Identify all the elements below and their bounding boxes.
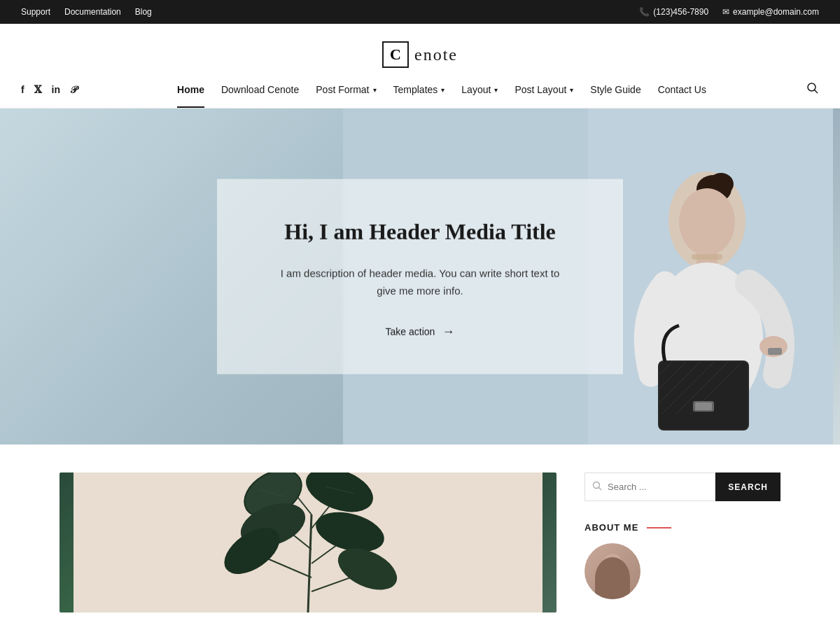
phone-icon: 📞: [639, 7, 650, 17]
about-me-header: ABOUT ME: [584, 522, 780, 533]
linkedin-icon[interactable]: in: [52, 84, 60, 95]
nav-post-layout[interactable]: Post Layout: [514, 84, 573, 95]
facebook-icon[interactable]: f: [21, 84, 24, 95]
topbar-support-link[interactable]: Support: [21, 7, 50, 17]
avatar: [584, 543, 640, 599]
nav-templates[interactable]: Templates: [393, 84, 445, 95]
logo-name: enote: [414, 46, 458, 64]
nav-download[interactable]: Download Cenote: [221, 84, 299, 95]
hero-cta-button[interactable]: Take action →: [273, 324, 567, 339]
top-bar: Support Documentation Blog 📞 (123)456-78…: [0, 0, 840, 24]
svg-rect-20: [695, 402, 712, 410]
email-info: ✉ example@domain.com: [722, 7, 819, 17]
about-me-divider: [647, 527, 671, 528]
avatar-body: [595, 557, 630, 599]
logo[interactable]: C enote: [382, 41, 458, 68]
svg-rect-22: [768, 348, 782, 355]
nav-style-guide[interactable]: Style Guide: [590, 84, 640, 95]
email-address: example@domain.com: [733, 7, 819, 17]
pinterest-icon[interactable]: 𝒫: [70, 84, 77, 96]
nav-layout[interactable]: Layout: [461, 84, 498, 95]
svg-point-40: [594, 482, 600, 488]
logo-letter: C: [382, 41, 409, 68]
hero-arrow-icon: →: [442, 324, 454, 339]
hero-title: Hi, I am Header Media Title: [273, 218, 567, 247]
nav-post-format[interactable]: Post Format: [316, 84, 376, 95]
search-toggle-button[interactable]: [806, 82, 819, 97]
content-area: SEARCH ABOUT ME: [0, 444, 840, 630]
search-input-wrapper: [584, 472, 715, 501]
hero-section: Hi, I am Header Media Title I am descrip…: [0, 108, 840, 444]
twitter-icon[interactable]: 𝕏: [34, 84, 42, 96]
logo-area: C enote: [0, 24, 840, 82]
about-me-section: ABOUT ME: [584, 522, 780, 599]
search-input-icon: [592, 481, 602, 493]
phone-number: (123)456-7890: [653, 7, 708, 17]
sidebar: SEARCH ABOUT ME: [584, 472, 780, 599]
svg-rect-10: [692, 254, 722, 260]
blog-featured-image: [59, 472, 556, 612]
nav-home[interactable]: Home: [177, 84, 204, 95]
nav-contact[interactable]: Contact Us: [658, 84, 706, 95]
about-me-title: ABOUT ME: [584, 522, 638, 533]
search-input[interactable]: [608, 473, 708, 500]
svg-line-41: [599, 487, 602, 490]
top-bar-nav: Support Documentation Blog: [21, 7, 152, 17]
topbar-documentation-link[interactable]: Documentation: [64, 7, 121, 17]
topbar-blog-link[interactable]: Blog: [135, 7, 152, 17]
svg-line-1: [815, 90, 818, 94]
social-icons: f 𝕏 in 𝒫: [21, 84, 77, 96]
phone-info: 📞 (123)456-7890: [639, 7, 708, 17]
search-button[interactable]: SEARCH: [715, 472, 780, 501]
top-bar-contact: 📞 (123)456-7890 ✉ example@domain.com: [639, 7, 819, 17]
hero-description: I am description of header media. You ca…: [273, 264, 567, 300]
hero-cta-label: Take action: [386, 326, 435, 337]
search-widget: SEARCH: [584, 472, 780, 501]
hero-overlay: Hi, I am Header Media Title I am descrip…: [217, 179, 623, 374]
svg-point-0: [808, 83, 816, 91]
main-content: [59, 472, 556, 612]
svg-point-7: [679, 188, 735, 255]
email-icon: ✉: [722, 7, 729, 17]
main-nav: Home Download Cenote Post Format Templat…: [177, 84, 706, 95]
navigation: f 𝕏 in 𝒫 Home Download Cenote Post Forma…: [0, 82, 840, 108]
